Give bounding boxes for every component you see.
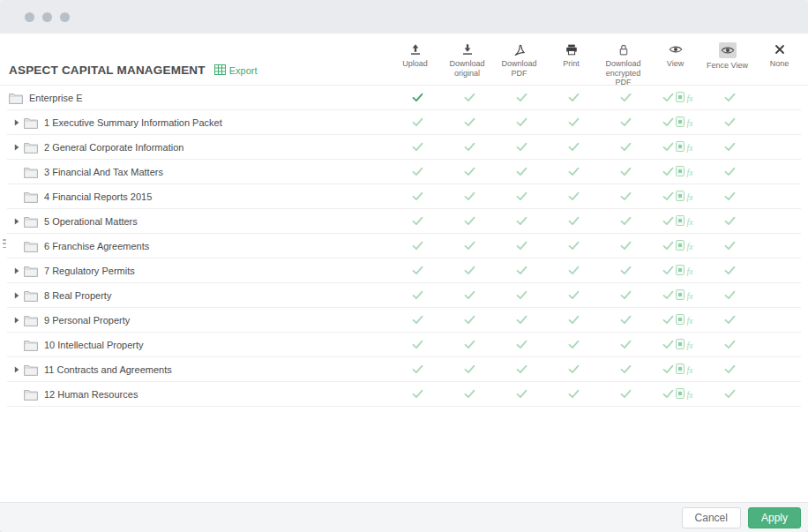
drag-grip-icon[interactable] [1,237,8,250]
permission-cell-download_original[interactable] [444,362,496,378]
permission-cell-none[interactable] [756,263,808,279]
permission-cell-download_original[interactable] [444,115,496,131]
permission-cell-view[interactable]: fx [652,90,704,106]
permission-cell-upload[interactable] [392,288,444,303]
permission-cell-view[interactable]: fx [652,189,704,205]
permission-cell-download_pdf[interactable] [496,139,548,155]
column-header-fence_view[interactable]: Fence View [701,42,753,87]
permission-cell-download_pdf[interactable] [496,90,548,106]
permission-cell-fence_view[interactable] [704,337,756,353]
permission-cell-none[interactable] [756,288,808,303]
column-header-download_original[interactable]: Download original [441,42,493,87]
permission-cell-print[interactable] [548,90,600,106]
window-control-dot[interactable] [25,12,34,22]
expand-arrow-icon[interactable] [14,119,24,126]
expand-arrow-icon[interactable] [14,267,24,274]
permission-cell-none[interactable] [756,238,808,254]
permission-cell-print[interactable] [548,288,600,303]
permission-cell-upload[interactable] [392,115,444,131]
permission-cell-download_encrypted_pdf[interactable] [600,139,652,155]
permission-cell-view[interactable]: fx [652,214,704,229]
permission-cell-fence_view[interactable] [704,115,756,131]
permission-cell-fence_view[interactable] [704,189,756,205]
permission-cell-download_original[interactable] [444,139,496,155]
permission-cell-view[interactable]: fx [652,386,704,402]
permission-cell-download_original[interactable] [444,164,496,180]
permission-cell-view[interactable]: fx [652,337,704,353]
permission-cell-upload[interactable] [392,139,444,155]
window-control-dot[interactable] [42,12,52,22]
permission-cell-print[interactable] [548,386,600,402]
permission-cell-download_pdf[interactable] [496,288,548,303]
permission-cell-download_original[interactable] [444,189,496,205]
column-header-none[interactable]: None [753,42,805,87]
permission-cell-none[interactable] [756,312,808,328]
permission-cell-fence_view[interactable] [704,386,756,402]
permission-cell-download_pdf[interactable] [496,189,548,205]
permission-cell-fence_view[interactable] [704,288,756,303]
column-header-download_pdf[interactable]: Download PDF [493,42,545,87]
permission-cell-upload[interactable] [392,189,444,205]
permission-cell-upload[interactable] [392,312,444,328]
permission-cell-fence_view[interactable] [704,238,756,254]
permission-cell-print[interactable] [548,164,600,180]
column-header-print[interactable]: Print [545,42,597,87]
permission-cell-none[interactable] [756,386,808,402]
permission-cell-download_original[interactable] [444,288,496,303]
permission-cell-none[interactable] [756,189,808,205]
permission-cell-print[interactable] [548,238,600,254]
apply-button[interactable]: Apply [748,507,801,528]
permission-cell-download_encrypted_pdf[interactable] [600,238,652,254]
permission-cell-view[interactable]: fx [652,139,704,155]
permission-cell-fence_view[interactable] [704,312,756,328]
permission-cell-download_encrypted_pdf[interactable] [600,90,652,106]
permission-cell-download_original[interactable] [444,263,496,279]
permission-cell-none[interactable] [756,337,808,353]
column-header-view[interactable]: View [649,42,701,87]
permission-cell-download_pdf[interactable] [496,164,548,180]
permission-cell-upload[interactable] [392,362,444,378]
permission-cell-download_encrypted_pdf[interactable] [600,164,652,180]
permission-cell-none[interactable] [756,115,808,131]
permission-cell-print[interactable] [548,312,600,328]
permission-cell-view[interactable]: fx [652,164,704,180]
permission-cell-download_pdf[interactable] [496,263,548,279]
permission-cell-print[interactable] [548,115,600,131]
expand-arrow-icon[interactable] [14,366,24,373]
permission-cell-download_original[interactable] [444,214,496,229]
permission-cell-none[interactable] [756,164,808,180]
permission-cell-none[interactable] [756,139,808,155]
permission-cell-none[interactable] [756,362,808,378]
column-header-upload[interactable]: Upload [389,42,441,87]
permission-cell-view[interactable]: fx [652,238,704,254]
permission-cell-download_encrypted_pdf[interactable] [600,115,652,131]
permission-cell-print[interactable] [548,362,600,378]
permission-cell-download_encrypted_pdf[interactable] [600,189,652,205]
permission-cell-print[interactable] [548,263,600,279]
permission-cell-view[interactable]: fx [652,263,704,279]
expand-arrow-icon[interactable] [14,144,24,151]
permission-cell-none[interactable] [756,214,808,229]
permission-cell-view[interactable]: fx [652,362,704,378]
permission-cell-fence_view[interactable] [704,362,756,378]
permission-cell-download_pdf[interactable] [496,362,548,378]
permission-cell-upload[interactable] [392,263,444,279]
permission-cell-fence_view[interactable] [704,90,756,106]
permission-cell-print[interactable] [548,214,600,229]
permission-cell-download_encrypted_pdf[interactable] [600,386,652,402]
permission-cell-download_pdf[interactable] [496,337,548,353]
permission-cell-fence_view[interactable] [704,139,756,155]
expand-arrow-icon[interactable] [14,218,24,225]
permission-cell-none[interactable] [756,90,808,106]
window-control-dot[interactable] [60,12,70,22]
permission-cell-download_encrypted_pdf[interactable] [600,263,652,279]
permission-cell-print[interactable] [548,189,600,205]
permission-cell-download_encrypted_pdf[interactable] [600,312,652,328]
export-link[interactable]: Export [214,64,258,77]
permission-cell-fence_view[interactable] [704,214,756,229]
permission-cell-download_pdf[interactable] [496,386,548,402]
permission-cell-print[interactable] [548,139,600,155]
permission-cell-download_pdf[interactable] [496,312,548,328]
permission-cell-download_encrypted_pdf[interactable] [600,337,652,353]
permission-cell-fence_view[interactable] [704,263,756,279]
